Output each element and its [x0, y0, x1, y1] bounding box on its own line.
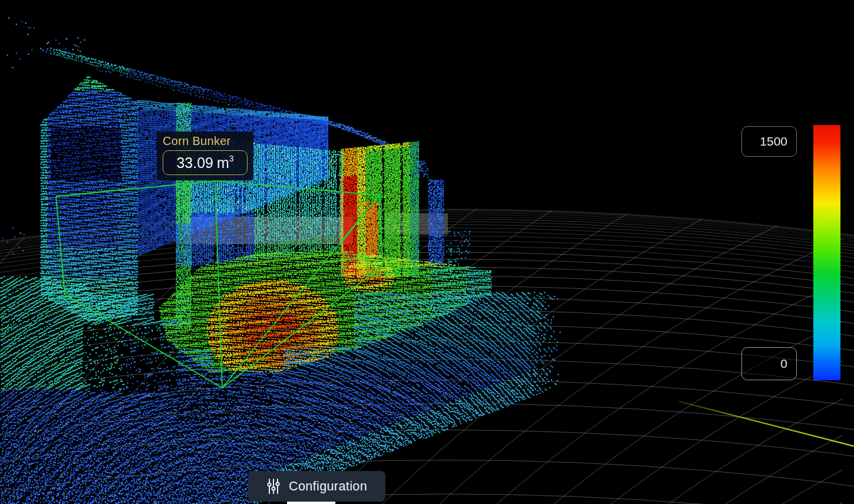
bottom-indicator [287, 502, 335, 504]
legend-min-input[interactable] [741, 347, 797, 380]
tooltip-unit: m [217, 154, 229, 172]
color-scale-bar [813, 125, 840, 380]
configuration-button[interactable]: Configuration [248, 471, 385, 502]
measurement-tooltip: Corn Bunker 33.09 m3 [157, 131, 253, 180]
legend-max-input[interactable] [741, 126, 797, 157]
point-cloud-canvas[interactable] [0, 0, 854, 504]
point-cloud-viewport[interactable]: Corn Bunker 33.09 m3 Configuration [0, 0, 854, 504]
tooltip-title: Corn Bunker [163, 134, 248, 148]
tooltip-value: 33.09 [176, 154, 213, 172]
tooltip-value-box: 33.09 m3 [163, 150, 248, 175]
sliders-icon [266, 479, 281, 494]
configuration-label: Configuration [289, 479, 367, 494]
